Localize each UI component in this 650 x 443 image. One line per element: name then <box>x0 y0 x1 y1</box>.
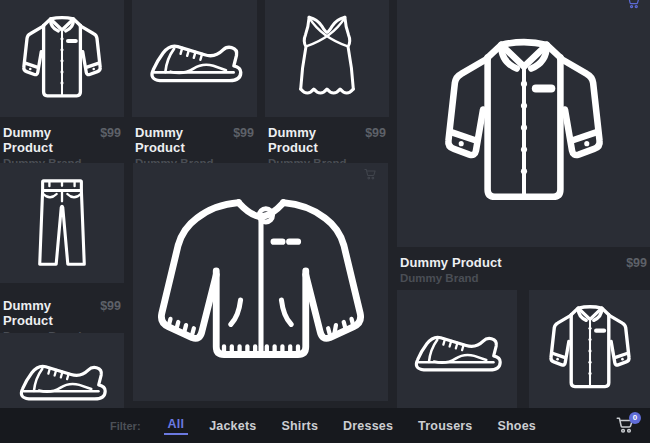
filter-option-shirts[interactable]: Shirts <box>277 419 322 433</box>
product-name[interactable]: Dummy Product <box>400 255 502 270</box>
sneaker-icon <box>14 349 110 407</box>
trousers-icon <box>31 175 93 272</box>
product-tile[interactable] <box>529 290 650 408</box>
jacket-icon <box>152 185 370 380</box>
product-caption: Dummy Product $99 Dummy Brand <box>397 249 650 284</box>
cart-count-badge: 0 <box>629 412 641 424</box>
product-price: $99 <box>100 299 121 313</box>
add-to-cart-icon[interactable] <box>364 168 377 181</box>
product-price: $99 <box>233 126 254 140</box>
product-name[interactable]: Dummy Product <box>3 125 100 155</box>
product-tile[interactable] <box>133 163 388 401</box>
filter-bar: Filter: All Jackets Shirts Dresses Trous… <box>0 408 650 443</box>
product-tile[interactable] <box>397 0 650 247</box>
product-caption: Dummy Product $99 Dummy Brand <box>132 119 257 169</box>
add-to-cart-icon[interactable] <box>626 0 641 10</box>
product-tile[interactable] <box>132 0 257 117</box>
shirt-icon <box>433 33 615 215</box>
filter-option-trousers[interactable]: Trousers <box>414 419 476 433</box>
filter-label: Filter: <box>110 420 141 432</box>
product-tile[interactable] <box>0 163 124 283</box>
filter-option-dresses[interactable]: Dresses <box>339 419 397 433</box>
product-name[interactable]: Dummy Product <box>3 298 100 328</box>
cart-button[interactable]: 0 <box>616 416 636 436</box>
product-price: $99 <box>100 126 121 140</box>
product-price: $99 <box>365 126 386 140</box>
product-price: $99 <box>626 256 647 270</box>
product-caption: Dummy Product $99 Dummy Brand <box>265 119 389 169</box>
filter-option-jackets[interactable]: Jackets <box>205 419 260 433</box>
product-tile[interactable] <box>265 0 389 117</box>
sneaker-icon <box>144 28 246 89</box>
shirt-icon <box>16 13 108 105</box>
product-caption: Dummy Product $99 Dummy Brand <box>0 119 124 169</box>
product-grid-page: Dummy Product $99 Dummy Brand Dummy Prod… <box>0 0 650 443</box>
product-tile[interactable] <box>397 290 517 408</box>
filter-option-all[interactable]: All <box>164 417 189 435</box>
dress-icon <box>293 12 361 106</box>
sneaker-icon <box>409 320 505 378</box>
product-brand: Dummy Brand <box>400 272 647 284</box>
product-name[interactable]: Dummy Product <box>135 125 233 155</box>
product-tile[interactable] <box>0 0 124 117</box>
product-name[interactable]: Dummy Product <box>268 125 365 155</box>
shirt-icon <box>543 302 637 396</box>
filter-option-shoes[interactable]: Shoes <box>494 419 541 433</box>
